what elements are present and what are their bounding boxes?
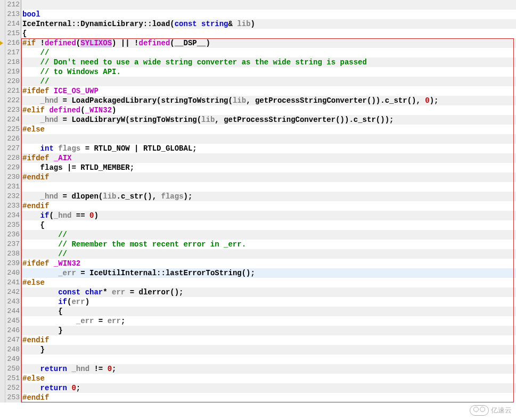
code-line[interactable]: 247#endif: [0, 335, 516, 345]
code-content[interactable]: return 0;: [21, 383, 516, 393]
code-content[interactable]: #else: [21, 278, 516, 287]
code-line[interactable]: 222 _hnd = LoadPackagedLibrary(stringToW…: [0, 96, 516, 105]
marker-gutter: [0, 19, 5, 29]
code-content[interactable]: flags |= RTLD_MEMBER;: [21, 163, 516, 172]
code-line[interactable]: 233#endif: [0, 201, 516, 211]
code-line[interactable]: 248 }: [0, 345, 516, 355]
code-line[interactable]: 242 const char* err = dlerror();: [0, 287, 516, 297]
marker-gutter: [0, 278, 5, 287]
code-content[interactable]: if(err): [21, 297, 516, 307]
code-content[interactable]: //: [21, 249, 516, 259]
code-content[interactable]: #ifdef ICE_OS_UWP: [21, 86, 516, 96]
code-content[interactable]: [21, 182, 516, 192]
code-line[interactable]: 214IceInternal::DynamicLibrary::load(con…: [0, 19, 516, 29]
code-content[interactable]: #else: [21, 374, 516, 383]
code-line[interactable]: 245 _err = err;: [0, 316, 516, 326]
code-content[interactable]: [21, 134, 516, 144]
code-line[interactable]: 223#elif defined(_WIN32): [0, 105, 516, 115]
code-line[interactable]: 250 return _hnd != 0;: [0, 364, 516, 374]
code-content[interactable]: IceInternal::DynamicLibrary::load(const …: [21, 19, 516, 29]
line-number: 221: [5, 86, 21, 96]
code-line[interactable]: 238 //: [0, 249, 516, 259]
code-line[interactable]: 212: [0, 0, 516, 10]
marker-gutter: [0, 259, 5, 268]
code-line[interactable]: 252 return 0;: [0, 383, 516, 393]
marker-gutter: [0, 364, 5, 374]
code-content[interactable]: bool: [21, 10, 516, 19]
code-content[interactable]: #if !defined(SYLIXOS) || !defined(__DSP_…: [21, 38, 516, 48]
marker-gutter: [0, 153, 5, 163]
code-content[interactable]: {: [21, 29, 516, 38]
code-line[interactable]: 217 //: [0, 48, 516, 57]
code-line[interactable]: 237 // Remember the most recent error in…: [0, 240, 516, 249]
marker-gutter: [0, 105, 5, 115]
code-content[interactable]: _hnd = LoadLibraryW(stringToWstring(lib,…: [21, 115, 516, 125]
code-content[interactable]: {: [21, 307, 516, 316]
code-content[interactable]: [21, 355, 516, 364]
line-number: 235: [5, 220, 21, 230]
code-line[interactable]: 249: [0, 355, 516, 364]
code-line[interactable]: 215{: [0, 29, 516, 38]
code-editor[interactable]: 212213bool214IceInternal::DynamicLibrary…: [0, 0, 516, 402]
line-number: 226: [5, 134, 21, 144]
code-content[interactable]: }: [21, 345, 516, 355]
code-line[interactable]: 226: [0, 134, 516, 144]
code-content[interactable]: //: [21, 230, 516, 240]
code-line[interactable]: 253#endif: [0, 393, 516, 402]
code-line[interactable]: 246 }: [0, 326, 516, 335]
marker-gutter: [0, 144, 5, 153]
code-line[interactable]: 219 // to Windows API.: [0, 67, 516, 77]
code-content[interactable]: #endif: [21, 335, 516, 345]
code-line[interactable]: 232 _hnd = dlopen(lib.c_str(), flags);: [0, 192, 516, 201]
code-line[interactable]: 240 _err = IceUtilInternal::lastErrorToS…: [0, 268, 516, 278]
code-line[interactable]: 234 if(_hnd == 0): [0, 211, 516, 220]
code-content[interactable]: #endif: [21, 393, 516, 402]
code-line[interactable]: 230#endif: [0, 172, 516, 182]
code-content[interactable]: #ifdef _WIN32: [21, 259, 516, 268]
code-line[interactable]: 244 {: [0, 307, 516, 316]
code-line[interactable]: 221#ifdef ICE_OS_UWP: [0, 86, 516, 96]
marker-gutter: [0, 249, 5, 259]
code-content[interactable]: [21, 0, 516, 10]
code-content[interactable]: if(_hnd == 0): [21, 211, 516, 220]
code-content[interactable]: const char* err = dlerror();: [21, 287, 516, 297]
code-content[interactable]: return _hnd != 0;: [21, 364, 516, 374]
code-content[interactable]: {: [21, 220, 516, 230]
code-content[interactable]: #elif defined(_WIN32): [21, 105, 516, 115]
code-line[interactable]: 239#ifdef _WIN32: [0, 259, 516, 268]
code-line[interactable]: 220 //: [0, 77, 516, 86]
code-content[interactable]: #endif: [21, 201, 516, 211]
marker-gutter: [0, 172, 5, 182]
code-line[interactable]: 213bool: [0, 10, 516, 19]
code-content[interactable]: #else: [21, 125, 516, 134]
code-content[interactable]: // to Windows API.: [21, 67, 516, 77]
code-content[interactable]: #ifdef _AIX: [21, 153, 516, 163]
code-line[interactable]: 225#else: [0, 125, 516, 134]
code-line[interactable]: 224 _hnd = LoadLibraryW(stringToWstring(…: [0, 115, 516, 125]
line-number: 219: [5, 67, 21, 77]
code-line[interactable]: 241#else: [0, 278, 516, 287]
code-content[interactable]: _err = err;: [21, 316, 516, 326]
code-line[interactable]: 218 // Don't need to use a wide string c…: [0, 57, 516, 67]
code-content[interactable]: // Don't need to use a wide string conve…: [21, 57, 516, 67]
code-line[interactable]: 236 //: [0, 230, 516, 240]
marker-gutter: [0, 307, 5, 316]
code-content[interactable]: _hnd = dlopen(lib.c_str(), flags);: [21, 192, 516, 201]
code-content[interactable]: _err = IceUtilInternal::lastErrorToStrin…: [21, 268, 516, 278]
line-number: 247: [5, 335, 21, 345]
code-content[interactable]: }: [21, 326, 516, 335]
code-line[interactable]: 229 flags |= RTLD_MEMBER;: [0, 163, 516, 172]
code-line[interactable]: 216#if !defined(SYLIXOS) || !defined(__D…: [0, 38, 516, 48]
code-content[interactable]: //: [21, 48, 516, 57]
code-content[interactable]: _hnd = LoadPackagedLibrary(stringToWstri…: [21, 96, 516, 105]
code-content[interactable]: // Remember the most recent error in _er…: [21, 240, 516, 249]
code-content[interactable]: #endif: [21, 172, 516, 182]
code-line[interactable]: 227 int flags = RTLD_NOW | RTLD_GLOBAL;: [0, 144, 516, 153]
code-content[interactable]: //: [21, 77, 516, 86]
code-line[interactable]: 235 {: [0, 220, 516, 230]
code-content[interactable]: int flags = RTLD_NOW | RTLD_GLOBAL;: [21, 144, 516, 153]
code-line[interactable]: 251#else: [0, 374, 516, 383]
code-line[interactable]: 228#ifdef _AIX: [0, 153, 516, 163]
code-line[interactable]: 243 if(err): [0, 297, 516, 307]
code-line[interactable]: 231: [0, 182, 516, 192]
